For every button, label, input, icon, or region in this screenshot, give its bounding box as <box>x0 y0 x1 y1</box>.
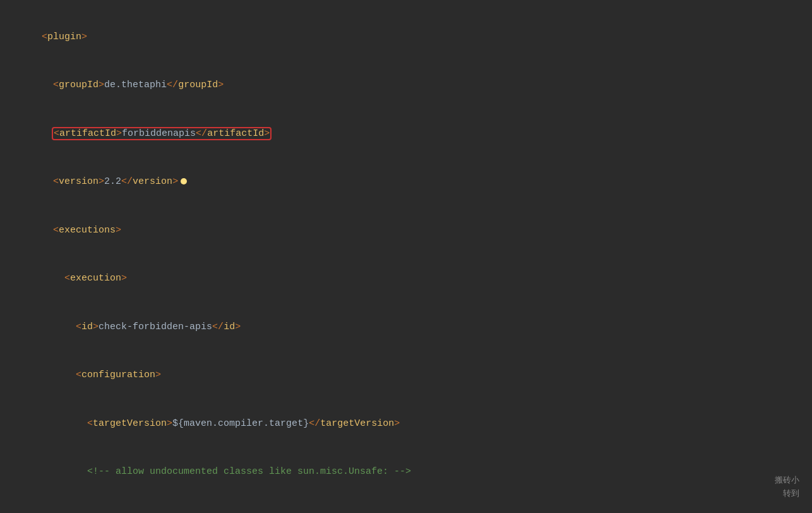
code-line-5: <executions> <box>19 206 793 255</box>
watermark: 搬砖小 转到 <box>775 474 799 500</box>
bracket: < <box>42 32 47 42</box>
indent <box>42 176 53 187</box>
code-line-4: <version>2.2</version> <box>19 158 793 207</box>
code-line-3: <artifactId>forbiddenapis</artifactId> <box>19 109 793 158</box>
watermark-line2: 转到 <box>775 487 799 500</box>
code-line-1: <plugin> <box>19 13 793 61</box>
indent <box>42 225 53 236</box>
bracket: > <box>81 32 87 42</box>
code-line-10: <!-- allow undocumented classes like sun… <box>19 448 793 497</box>
artifactId-highlight: <artifactId>forbiddenapis</artifactId> <box>53 128 270 139</box>
watermark-line1: 搬砖小 <box>775 474 799 487</box>
indent <box>42 128 53 139</box>
code-line-11: <internalRuntimeForbidden>false</interna… <box>19 496 793 513</box>
code-line-7: <id>check-forbidden-apis</id> <box>19 303 793 351</box>
indent <box>42 466 87 477</box>
indent <box>42 370 76 380</box>
code-editor: <plugin> <groupId>de.thetaphi</groupId> … <box>0 0 812 513</box>
code-line-9: <targetVersion>${maven.compiler.target}<… <box>19 399 793 448</box>
code-line-2: <groupId>de.thetaphi</groupId> <box>19 61 793 110</box>
cursor-dot <box>181 178 187 184</box>
tag: plugin <box>47 32 81 42</box>
indent <box>42 322 76 332</box>
code-line-8: <configuration> <box>19 351 793 400</box>
indent <box>42 80 53 90</box>
code-line-6: <execution> <box>19 255 793 303</box>
indent <box>42 418 87 429</box>
indent <box>42 273 64 284</box>
